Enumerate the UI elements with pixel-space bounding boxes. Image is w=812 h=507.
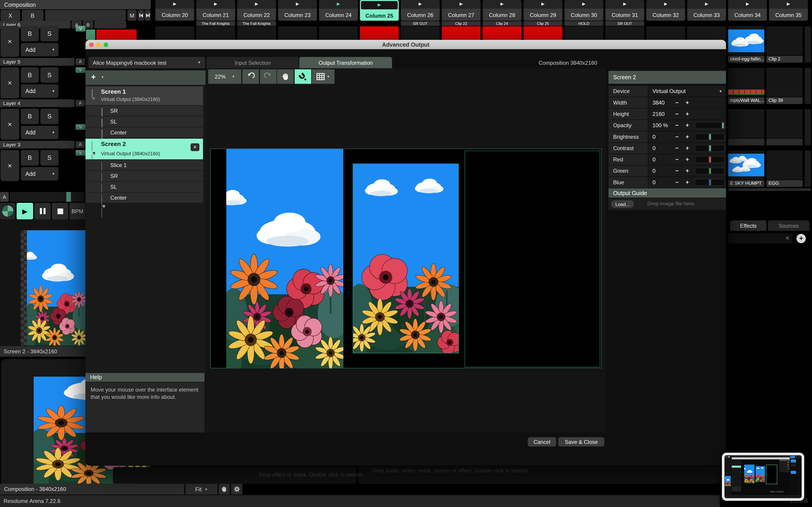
slice-checkbox[interactable] (101, 130, 103, 139)
layer-bypass-button[interactable]: B (20, 150, 39, 166)
decrement-button[interactable]: − (675, 131, 679, 143)
clip-name-strip[interactable]: Clip 25 (523, 21, 562, 26)
decrement-button[interactable]: − (675, 109, 679, 119)
column-header-column-35[interactable]: ▶ Column 35 (769, 0, 808, 20)
add-screen-dropdown-icon[interactable]: ▼ (101, 75, 104, 79)
zoom-level-dropdown[interactable]: 22% ▼ (208, 69, 241, 84)
clip-name-strip[interactable]: Clip 22 (442, 21, 480, 26)
decrement-button[interactable]: − (675, 120, 679, 131)
clip-name-strip[interactable]: SR OUT (401, 21, 440, 26)
param-value-cell[interactable]: 3840− + (648, 97, 726, 108)
bpm-cell[interactable]: BPM (69, 203, 86, 219)
pan-tool[interactable] (277, 69, 294, 84)
add-effect-button[interactable]: + (796, 234, 806, 243)
clear-search-icon[interactable]: × (785, 234, 789, 241)
composition-bypass-button[interactable]: B (22, 10, 44, 20)
slice-screen3-empty[interactable] (464, 151, 600, 368)
composition-panel-header[interactable]: Composition (0, 0, 151, 9)
param-value[interactable]: 0 (653, 165, 655, 176)
clip-cell[interactable] (278, 26, 317, 40)
column-header-column-27[interactable]: ▶ Column 27 (442, 0, 480, 20)
layer-audio-badge[interactable]: A (76, 141, 85, 148)
clip-cell-playing[interactable] (483, 26, 521, 40)
param-slider-handle[interactable] (722, 123, 724, 128)
layer-name-label[interactable]: Layer 3 (0, 141, 74, 149)
clip-cell-playing[interactable] (523, 26, 562, 40)
column-play-button[interactable]: ▶ (442, 0, 480, 8)
decrement-button[interactable]: − (675, 143, 679, 154)
layer-video-badge[interactable]: V (76, 150, 86, 156)
grid-options-dropdown[interactable]: ▼ (312, 69, 335, 84)
screen-item-screen-2[interactable]: Screen 2 ▼ Virtual Output (3840x2160)× (86, 139, 203, 159)
slice-checkbox[interactable] (101, 195, 106, 218)
decrement-button[interactable]: − (675, 165, 679, 176)
column-header-column-23[interactable]: ▶ Column 23 (278, 0, 317, 20)
column-header-column-33[interactable]: ▶ Column 33 (687, 0, 726, 20)
param-value-cell[interactable]: 0− + (648, 154, 726, 165)
cancel-button[interactable]: Cancel (528, 437, 556, 446)
layer-add-dropdown[interactable]: Add▼ (20, 126, 58, 139)
param-value[interactable]: 0 (653, 177, 655, 188)
pause-button[interactable] (34, 203, 51, 219)
clip-cell[interactable] (687, 26, 726, 40)
clip-name-label[interactable] (728, 139, 764, 146)
layer-bypass-button[interactable]: B (20, 67, 39, 83)
tab-output-transformation[interactable]: Output Transformation (299, 57, 392, 68)
column-play-button[interactable]: ▶ (401, 0, 440, 8)
clip-name-strip[interactable]: Clip 24 (483, 21, 521, 26)
slice-checkbox[interactable] (101, 108, 103, 117)
beat-indicator[interactable] (0, 203, 16, 219)
layer-x-button[interactable]: × (0, 109, 19, 139)
tree-expand-icon[interactable]: ▼ (92, 97, 96, 100)
column-play-button[interactable]: ▶ (278, 0, 317, 8)
layer-audio-badge[interactable]: A (76, 100, 85, 107)
clip-name-label[interactable]: mptyWall WAL... (728, 97, 764, 104)
clip-cell[interactable] (728, 68, 764, 97)
clip-cell-playing[interactable] (360, 26, 399, 40)
clip-cell[interactable] (564, 26, 603, 40)
layer-add-dropdown[interactable]: Add▼ (20, 84, 58, 98)
slice-item-sl[interactable]: SL (86, 116, 203, 127)
clip-cell[interactable] (728, 109, 764, 138)
param-value-cell[interactable]: 0− + (648, 165, 726, 176)
column-header-column-34[interactable]: ▶ Column 34 (728, 0, 767, 20)
tab-sources[interactable]: Sources (768, 220, 810, 231)
clip-cell[interactable] (646, 26, 685, 40)
slice-item-center[interactable]: Center (86, 127, 203, 137)
layer-x-button[interactable]: × (0, 150, 19, 181)
clip-cell[interactable] (766, 68, 803, 97)
param-value[interactable]: 0 (653, 131, 655, 143)
layer-video-badge[interactable]: V (76, 26, 86, 32)
layer-clip-red[interactable] (96, 30, 137, 40)
param-slider-handle[interactable] (709, 179, 711, 185)
fit-dropdown[interactable]: Fit ▼ (185, 484, 217, 495)
param-slider[interactable] (695, 122, 724, 129)
column-play-button[interactable]: ▶ (769, 0, 808, 8)
slice-item-slice-1[interactable]: Slice 1 (86, 160, 203, 170)
clip-name-label[interactable] (766, 139, 803, 146)
layer-x-button[interactable]: × (0, 67, 19, 98)
column-play-button[interactable]: ▶ (564, 0, 603, 8)
layer-add-dropdown[interactable]: Add▼ (20, 167, 58, 180)
param-slider[interactable] (695, 145, 724, 152)
column-play-button[interactable]: ▶ (728, 0, 767, 8)
layer-solo-button[interactable]: S (40, 150, 58, 166)
play-button[interactable]: ▶ (16, 203, 33, 219)
preset-dropdown[interactable]: Alice Mappingv6 macbook test ▼ (89, 57, 205, 68)
master-slider-handle[interactable] (66, 192, 71, 202)
slice-screen2-image[interactable] (353, 163, 459, 353)
param-value-cell[interactable]: 0− + (648, 131, 726, 143)
preview-settings-button[interactable] (231, 484, 242, 495)
clip-cell[interactable] (728, 26, 764, 55)
param-value-cell[interactable]: Virtual Output▼ (648, 86, 726, 97)
composition-master-button[interactable]: M (127, 10, 137, 20)
snap-magnet-tool[interactable] (294, 69, 311, 84)
column-play-button[interactable]: ▶ (523, 0, 562, 8)
param-value[interactable]: 2160 (653, 109, 664, 119)
slice-screen1-image[interactable] (226, 149, 344, 368)
increment-button[interactable]: + (686, 165, 689, 176)
param-slider[interactable] (695, 156, 724, 163)
clip-name-strip[interactable]: The Fall Knights (237, 21, 276, 26)
param-slider-handle[interactable] (709, 134, 711, 139)
layer-video-badge[interactable]: V (76, 67, 86, 73)
